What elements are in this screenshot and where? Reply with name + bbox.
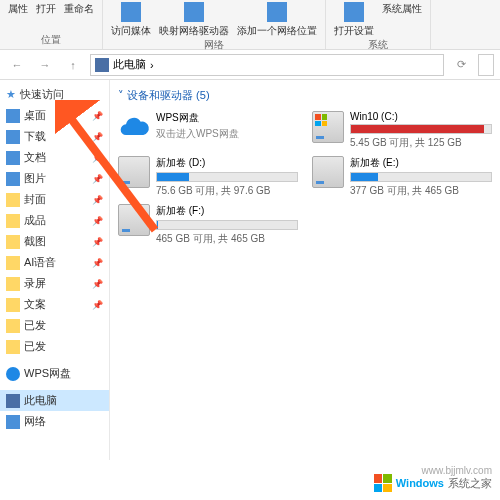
sidebar-item[interactable]: 成品📌 (0, 210, 109, 231)
folder-icon (6, 172, 20, 186)
drive-stats: 377 GB 可用, 共 465 GB (350, 184, 492, 198)
watermark-url: www.bjjmlv.com (422, 465, 492, 476)
sidebar-item[interactable]: 图片📌 (0, 168, 109, 189)
star-icon: ★ (6, 88, 16, 101)
drive-item[interactable]: WPS网盘双击进入WPS网盘 (118, 111, 298, 150)
pin-icon: 📌 (92, 174, 103, 184)
sidebar-item[interactable]: AI语音📌 (0, 252, 109, 273)
sidebar-item[interactable]: 截图📌 (0, 231, 109, 252)
breadcrumb-root: 此电脑 (113, 57, 146, 72)
ribbon-group-location: 属性 打开 重命名 位置 (0, 0, 103, 49)
up-button[interactable]: ↑ (62, 54, 84, 76)
folder-icon (6, 109, 20, 123)
refresh-button[interactable]: ⟳ (450, 54, 472, 76)
ribbon-open[interactable]: 打开 (36, 2, 56, 16)
drives-grid: WPS网盘双击进入WPS网盘Win10 (C:)5.45 GB 可用, 共 12… (118, 111, 492, 246)
ribbon-properties[interactable]: 属性 (8, 2, 28, 16)
sidebar-item[interactable]: 下载📌 (0, 126, 109, 147)
windows-logo-icon (374, 474, 392, 492)
drive-sub: 双击进入WPS网盘 (156, 127, 298, 141)
sidebar-item[interactable]: 已发 (0, 315, 109, 336)
usage-bar (156, 220, 298, 230)
usage-bar (350, 124, 492, 134)
pc-icon (95, 58, 109, 72)
drive-item[interactable]: 新加卷 (D:)75.6 GB 可用, 共 97.6 GB (118, 156, 298, 198)
ribbon-group-system: 打开设置 系统属性 系统 (326, 0, 431, 49)
pin-icon: 📌 (92, 300, 103, 310)
ribbon-rename[interactable]: 重命名 (64, 2, 94, 16)
hdd-icon (118, 204, 150, 236)
add-location-icon (267, 2, 287, 22)
settings-icon (344, 2, 364, 22)
drive-item[interactable]: 新加卷 (E:)377 GB 可用, 共 465 GB (312, 156, 492, 198)
pc-icon (6, 394, 20, 408)
sidebar-item[interactable]: 文案📌 (0, 294, 109, 315)
sidebar-item[interactable]: 文档📌 (0, 147, 109, 168)
hdd-icon (312, 156, 344, 188)
sidebar-item[interactable]: 录屏📌 (0, 273, 109, 294)
folder-icon (6, 298, 20, 312)
ribbon-group-label: 系统 (368, 38, 388, 52)
media-icon (121, 2, 141, 22)
drive-name: 新加卷 (E:) (350, 156, 492, 170)
usage-bar (156, 172, 298, 182)
folder-icon (6, 151, 20, 165)
pin-icon: 📌 (92, 279, 103, 289)
drive-name: 新加卷 (F:) (156, 204, 298, 218)
sidebar: ★ 快速访问 桌面📌下载📌文档📌图片📌封面📌成品📌截图📌AI语音📌录屏📌文案📌已… (0, 80, 110, 460)
sidebar-item[interactable]: 已发 (0, 336, 109, 357)
map-drive-icon (184, 2, 204, 22)
drive-stats: 5.45 GB 可用, 共 125 GB (350, 136, 492, 150)
pin-icon: 📌 (92, 111, 103, 121)
sidebar-item[interactable]: 桌面📌 (0, 105, 109, 126)
cloud-icon (6, 367, 20, 381)
cloud-icon (118, 111, 150, 143)
drive-item[interactable]: 新加卷 (F:)465 GB 可用, 共 465 GB (118, 204, 298, 246)
usage-bar (350, 172, 492, 182)
ribbon-settings[interactable]: 打开设置 (334, 2, 374, 38)
pin-icon: 📌 (92, 258, 103, 268)
pin-icon: 📌 (92, 237, 103, 247)
search-input[interactable] (478, 54, 494, 76)
main: ★ 快速访问 桌面📌下载📌文档📌图片📌封面📌成品📌截图📌AI语音📌录屏📌文案📌已… (0, 80, 500, 460)
drive-stats: 75.6 GB 可用, 共 97.6 GB (156, 184, 298, 198)
forward-button[interactable]: → (34, 54, 56, 76)
folder-icon (6, 130, 20, 144)
folder-icon (6, 214, 20, 228)
ribbon-media[interactable]: 访问媒体 (111, 2, 151, 38)
folder-icon (6, 193, 20, 207)
folder-icon (6, 340, 20, 354)
ribbon-add-location[interactable]: 添加一个网络位置 (237, 2, 317, 38)
ribbon-sysprops[interactable]: 系统属性 (382, 2, 422, 38)
pin-icon: 📌 (92, 132, 103, 142)
sidebar-this-pc[interactable]: 此电脑 (0, 390, 109, 411)
ribbon-group-label: 网络 (204, 38, 224, 52)
network-icon (6, 415, 20, 429)
drive-name: Win10 (C:) (350, 111, 492, 122)
sidebar-item[interactable]: 封面📌 (0, 189, 109, 210)
sidebar-network[interactable]: 网络 (0, 411, 109, 432)
ribbon-map-drive[interactable]: 映射网络驱动器 (159, 2, 229, 38)
nav-bar: ← → ↑ 此电脑 › ⟳ (0, 50, 500, 80)
pin-icon: 📌 (92, 216, 103, 226)
sidebar-wps[interactable]: WPS网盘 (0, 363, 109, 384)
drive-name: 新加卷 (D:) (156, 156, 298, 170)
ribbon: 属性 打开 重命名 位置 访问媒体 映射网络驱动器 添加一个网络位置 网络 打开… (0, 0, 500, 50)
watermark: Windows 系统之家 (374, 474, 492, 492)
folder-icon (6, 277, 20, 291)
breadcrumb[interactable]: 此电脑 › (90, 54, 444, 76)
folder-icon (6, 256, 20, 270)
hdd-icon (118, 156, 150, 188)
drive-name: WPS网盘 (156, 111, 298, 125)
sidebar-quick-access[interactable]: ★ 快速访问 (0, 84, 109, 105)
pin-icon: 📌 (92, 153, 103, 163)
ribbon-group-label: 位置 (41, 33, 61, 47)
folder-icon (6, 319, 20, 333)
pin-icon: 📌 (92, 195, 103, 205)
ribbon-group-network: 访问媒体 映射网络驱动器 添加一个网络位置 网络 (103, 0, 326, 49)
section-header[interactable]: ˅ 设备和驱动器 (5) (118, 88, 492, 103)
drive-stats: 465 GB 可用, 共 465 GB (156, 232, 298, 246)
content-pane: ˅ 设备和驱动器 (5) WPS网盘双击进入WPS网盘Win10 (C:)5.4… (110, 80, 500, 460)
back-button[interactable]: ← (6, 54, 28, 76)
drive-item[interactable]: Win10 (C:)5.45 GB 可用, 共 125 GB (312, 111, 492, 150)
